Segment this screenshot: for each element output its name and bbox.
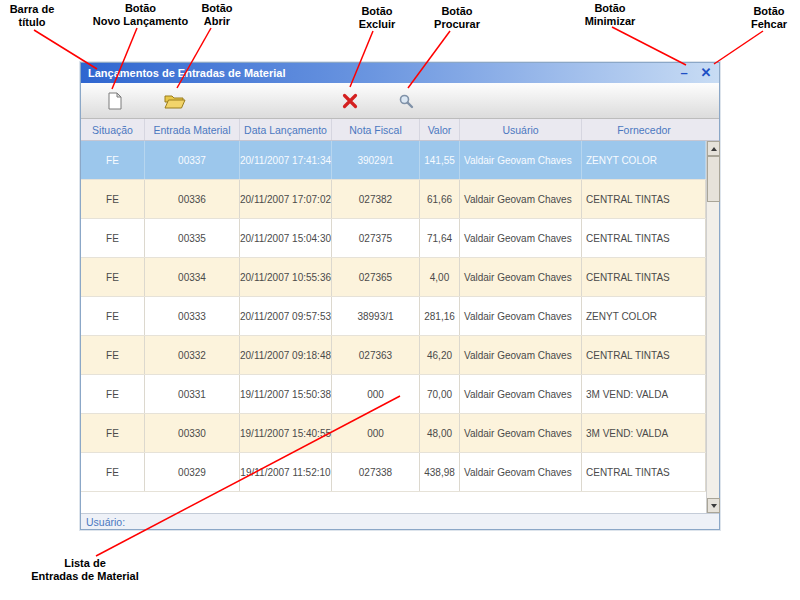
table-cell-entrada_material: 00329 [145,453,240,491]
status-user-label: Usuário: [86,516,125,528]
table-cell-usuario: Valdair Geovam Chaves [460,180,582,218]
table-cell-nota_fiscal: 027363 [332,336,420,374]
column-header-fornecedor[interactable]: Fornecedor [582,119,719,140]
open-button[interactable] [162,88,188,114]
column-header-entrada-material[interactable]: Entrada Material [145,119,240,140]
annotation-list-label: Lista de Entradas de Material [23,557,147,583]
table-row[interactable]: FE0033019/11/2007 15:40:5500048,00Valdai… [81,414,706,453]
table-cell-fornecedor: CENTRAL TINTAS [582,258,706,296]
scroll-down-button[interactable] [707,498,720,513]
table-row[interactable]: FE0033420/11/2007 10:55:360273654,00Vald… [81,258,706,297]
annotation-close-button-label: Botão Fehcar [743,5,795,31]
annotation-text: Fehcar [743,18,795,31]
annotation-text: Barra de [2,3,62,16]
table-cell-valor: 48,00 [420,414,460,452]
table-cell-situacao: FE [81,219,145,257]
table-cell-data_lancamento: 19/11/2007 15:40:55 [240,414,332,452]
annotation-title-bar-label: Barra de título [2,3,62,29]
table-cell-situacao: FE [81,414,145,452]
table-cell-fornecedor: 3M VEND: VALDA [582,414,706,452]
annotation-search-button-label: Botão Procurar [426,5,488,31]
annotation-text: Entradas de Material [23,570,147,583]
window-title: Lançamentos de Entradas de Material [88,67,673,79]
table-cell-data_lancamento: 19/11/2007 15:50:38 [240,375,332,413]
table-row[interactable]: FE0033220/11/2007 09:18:4802736346,20Val… [81,336,706,375]
table-row[interactable]: FE0033119/11/2007 15:50:3800070,00Valdai… [81,375,706,414]
table-cell-valor: 46,20 [420,336,460,374]
table-row[interactable]: FE0033620/11/2007 17:07:0202738261,66Val… [81,180,706,219]
arrow-up-icon [711,147,717,151]
table-cell-usuario: Valdair Geovam Chaves [460,414,582,452]
column-header-valor[interactable]: Valor [420,119,460,140]
table-cell-situacao: FE [81,180,145,218]
annotation-new-button-label: Botão Novo Lançamento [88,2,193,28]
title-bar[interactable]: Lançamentos de Entradas de Material – ✕ [81,63,719,83]
table-cell-usuario: Valdair Geovam Chaves [460,219,582,257]
status-bar: Usuário: [81,513,719,529]
delete-x-icon [342,93,358,109]
table-cell-entrada_material: 00336 [145,180,240,218]
table-cell-data_lancamento: 20/11/2007 17:07:02 [240,180,332,218]
new-document-icon [107,92,123,110]
table-cell-nota_fiscal: 027365 [332,258,420,296]
delete-button[interactable] [337,88,363,114]
annotation-line [612,27,686,65]
column-header-situacao[interactable]: Situação [81,119,145,140]
table-row[interactable]: FE0032919/11/2007 11:52:10027338438,98Va… [81,453,706,492]
annotation-text: Botão [580,2,640,15]
table-cell-data_lancamento: 20/11/2007 10:55:36 [240,258,332,296]
table-cell-fornecedor: CENTRAL TINTAS [582,219,706,257]
table-cell-usuario: Valdair Geovam Chaves [460,336,582,374]
table-row[interactable]: FE0033520/11/2007 15:04:3002737571,64Val… [81,219,706,258]
search-icon [398,93,414,109]
arrow-down-icon [711,504,717,508]
table-row[interactable]: FE0033720/11/2007 17:41:3439029/1141,55V… [81,141,706,180]
table-cell-fornecedor: 3M VEND: VALDA [582,375,706,413]
table-cell-usuario: Valdair Geovam Chaves [460,453,582,491]
table-cell-nota_fiscal: 027375 [332,219,420,257]
table-body: FE0033720/11/2007 17:41:3439029/1141,55V… [81,141,706,513]
table-row[interactable]: FE0033320/11/2007 09:57:5338993/1281,16V… [81,297,706,336]
table-cell-fornecedor: CENTRAL TINTAS [582,336,706,374]
scrollbar-thumb[interactable] [707,156,720,202]
table-header: Situação Entrada Material Data Lançament… [81,119,719,141]
table-cell-nota_fiscal: 39029/1 [332,141,420,179]
table-cell-nota_fiscal: 38993/1 [332,297,420,335]
table-cell-situacao: FE [81,258,145,296]
annotation-text: Botão [193,2,241,15]
search-button[interactable] [393,88,419,114]
table-cell-situacao: FE [81,336,145,374]
scroll-up-button[interactable] [707,141,720,156]
table-cell-nota_fiscal: 027338 [332,453,420,491]
table-cell-fornecedor: CENTRAL TINTAS [582,180,706,218]
vertical-scrollbar[interactable] [706,141,719,513]
app-window: Lançamentos de Entradas de Material – ✕ [80,62,720,530]
table-cell-data_lancamento: 20/11/2007 09:18:48 [240,336,332,374]
annotation-line [714,31,763,64]
annotation-text: Lista de [23,557,147,570]
annotation-delete-button-label: Botão Excluir [350,5,404,31]
annotation-text: Procurar [426,18,488,31]
table-cell-nota_fiscal: 027382 [332,180,420,218]
close-button[interactable]: ✕ [695,64,717,82]
column-header-nota-fiscal[interactable]: Nota Fiscal [332,119,420,140]
table-cell-entrada_material: 00332 [145,336,240,374]
annotation-text: Botão [88,2,193,15]
table-cell-usuario: Valdair Geovam Chaves [460,141,582,179]
table-cell-situacao: FE [81,453,145,491]
table-cell-fornecedor: CENTRAL TINTAS [582,453,706,491]
table-cell-valor: 70,00 [420,375,460,413]
new-entry-button[interactable] [102,88,128,114]
table-cell-valor: 71,64 [420,219,460,257]
column-header-usuario[interactable]: Usuário [460,119,582,140]
table-cell-entrada_material: 00331 [145,375,240,413]
table-cell-data_lancamento: 20/11/2007 17:41:34 [240,141,332,179]
column-header-data-lancamento[interactable]: Data Lançamento [240,119,332,140]
annotation-text: Novo Lançamento [88,15,193,28]
minimize-button[interactable]: – [673,64,695,82]
table-cell-situacao: FE [81,141,145,179]
table-cell-situacao: FE [81,297,145,335]
table-cell-entrada_material: 00335 [145,219,240,257]
annotation-text: Excluir [350,18,404,31]
annotated-screenshot: Barra de título Botão Novo Lançamento Bo… [0,0,800,600]
